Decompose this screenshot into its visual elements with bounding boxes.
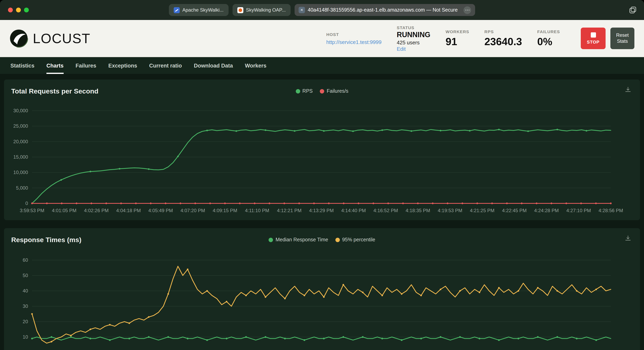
legend-label: Median Response Time (276, 237, 328, 242)
failures-value: 0% (537, 35, 560, 48)
response-times-chart[interactable]: 0102030405060 (4, 252, 640, 350)
tab-charts[interactable]: Charts (46, 57, 64, 74)
svg-text:4:01:05 PM: 4:01:05 PM (52, 208, 76, 213)
failures-label: FAILURES (537, 29, 560, 34)
svg-text:4:16:52 PM: 4:16:52 PM (374, 208, 398, 213)
tab-download-data[interactable]: Download Data (194, 57, 233, 74)
svg-text:4:27:10 PM: 4:27:10 PM (566, 208, 591, 213)
svg-text:4:13:29 PM: 4:13:29 PM (309, 208, 334, 213)
stop-button[interactable]: STOP (581, 27, 606, 49)
status-label: STATUS (397, 25, 430, 30)
download-chart-icon[interactable] (624, 234, 632, 242)
legend-label: RPS (302, 88, 312, 94)
screen: Apache SkyWalki... SkyWalking OAP... ✕ 4… (0, 0, 644, 350)
workers-stat: WORKERS 91 (446, 29, 469, 48)
edit-users-link[interactable]: Edit (397, 46, 430, 52)
rps-chart[interactable]: 05,00010,00015,00020,00025,00030,0003:59… (4, 104, 640, 220)
rps-label: RPS (484, 29, 522, 34)
tab-skywalking-oap[interactable]: SkyWalking OAP... (232, 4, 290, 16)
charts-page: Total Requests per Second RPSFailures/s … (0, 74, 644, 350)
svg-text:4:12:21 PM: 4:12:21 PM (277, 208, 302, 213)
svg-text:4:22:45 PM: 4:22:45 PM (502, 208, 527, 213)
legend-item[interactable]: Failures/s (320, 88, 348, 94)
active-tab-address-bar[interactable]: ✕ 40a4148f-381559556.ap-east-1.elb.amazo… (294, 4, 475, 16)
window-controls (8, 7, 29, 12)
svg-text:4:05:49 PM: 4:05:49 PM (148, 208, 173, 213)
skywalking-blue-icon (174, 7, 180, 13)
svg-text:4:19:53 PM: 4:19:53 PM (438, 208, 462, 213)
chart-legend: Median Response Time95% percentile (4, 237, 640, 242)
svg-text:4:07:20 PM: 4:07:20 PM (180, 208, 205, 213)
locust-logo-icon (10, 29, 28, 47)
failures-stat: FAILURES 0% (537, 29, 560, 48)
tab-failures[interactable]: Failures (76, 57, 96, 74)
tab-current-ratio[interactable]: Current ratio (149, 57, 182, 74)
svg-text:4:04:18 PM: 4:04:18 PM (116, 208, 141, 213)
svg-text:20,000: 20,000 (14, 139, 28, 144)
header-buttons: STOP Reset Stats (581, 27, 634, 49)
page-more-icon[interactable]: ⋯ (464, 6, 471, 14)
legend-item[interactable]: RPS (296, 88, 312, 94)
legend-swatch (269, 237, 273, 242)
legend-swatch (320, 89, 324, 93)
browser-tabs: Apache SkyWalki... SkyWalking OAP... ✕ 4… (169, 4, 475, 16)
host-stat: HOST http://service1.test:9999 (326, 32, 382, 45)
zoom-window-button[interactable] (24, 7, 29, 12)
stop-icon (590, 32, 596, 37)
close-tab-icon[interactable]: ✕ (298, 7, 305, 13)
locust-header: LOCUST HOST http://service1.test:9999 ST… (0, 20, 644, 57)
svg-text:30: 30 (22, 304, 28, 309)
svg-text:60: 60 (22, 257, 28, 263)
panel-header: Total Requests per Second RPSFailures/s (4, 79, 640, 104)
svg-text:4:28:56 PM: 4:28:56 PM (598, 208, 623, 213)
tab-statistics[interactable]: Statistics (10, 57, 34, 74)
tab-exceptions[interactable]: Exceptions (108, 57, 137, 74)
status-stat: STATUS RUNNING 425 users Edit (397, 25, 430, 52)
svg-text:4:11:10 PM: 4:11:10 PM (245, 208, 269, 213)
skywalking-orange-icon (237, 7, 243, 13)
tab-workers[interactable]: Workers (245, 57, 266, 74)
svg-text:30,000: 30,000 (14, 108, 28, 113)
status-value: RUNNING (397, 30, 430, 39)
chart-panel-response-times: Response Times (ms) Median Response Time… (4, 228, 640, 350)
main-nav: Statistics Charts Failures Exceptions Cu… (0, 57, 644, 74)
svg-text:3:59:53 PM: 3:59:53 PM (20, 208, 44, 213)
legend-label: 95% percentile (342, 237, 375, 242)
download-chart-icon[interactable] (624, 86, 632, 94)
svg-text:4:02:26 PM: 4:02:26 PM (84, 208, 109, 213)
legend-swatch (296, 89, 300, 93)
svg-text:15,000: 15,000 (14, 154, 28, 160)
legend-item[interactable]: 95% percentile (336, 237, 375, 242)
svg-text:25,000: 25,000 (14, 123, 28, 129)
svg-text:10: 10 (22, 334, 28, 340)
svg-text:4:09:15 PM: 4:09:15 PM (213, 208, 237, 213)
workers-label: WORKERS (446, 29, 469, 34)
panel-header: Response Times (ms) Median Response Time… (4, 228, 640, 252)
chart-title: Response Times (ms) (11, 236, 82, 244)
chart-canvas: 0102030405060 (4, 252, 640, 350)
tab-apache-skywalking[interactable]: Apache SkyWalki... (169, 4, 228, 16)
svg-text:10,000: 10,000 (14, 170, 28, 175)
chart-canvas: 05,00010,00015,00020,00025,00030,0003:59… (4, 104, 640, 220)
tab-overview-icon[interactable] (629, 6, 637, 14)
svg-text:4:24:28 PM: 4:24:28 PM (534, 208, 559, 213)
legend-label: Failures/s (327, 88, 348, 94)
locust-logo: LOCUST (10, 29, 90, 47)
legend-swatch (336, 237, 340, 242)
svg-text:4:14:40 PM: 4:14:40 PM (341, 208, 366, 213)
svg-text:50: 50 (22, 273, 28, 278)
rps-stat: RPS 23640.3 (484, 29, 522, 48)
svg-text:4:21:25 PM: 4:21:25 PM (470, 208, 494, 213)
svg-text:40: 40 (22, 288, 28, 294)
close-window-button[interactable] (8, 7, 13, 12)
reset-stats-button[interactable]: Reset Stats (610, 27, 634, 49)
rps-value: 23640.3 (484, 35, 522, 48)
minimize-window-button[interactable] (16, 7, 21, 12)
host-label: HOST (326, 32, 382, 36)
chart-legend: RPSFailures/s (4, 88, 640, 94)
url-text: 40a4148f-381559556.ap-east-1.elb.amazona… (308, 7, 458, 13)
legend-item[interactable]: Median Response Time (269, 237, 328, 242)
chart-panel-total-rps: Total Requests per Second RPSFailures/s … (4, 79, 640, 220)
host-link[interactable]: http://service1.test:9999 (326, 39, 382, 45)
browser-chrome: Apache SkyWalki... SkyWalking OAP... ✕ 4… (0, 0, 644, 20)
